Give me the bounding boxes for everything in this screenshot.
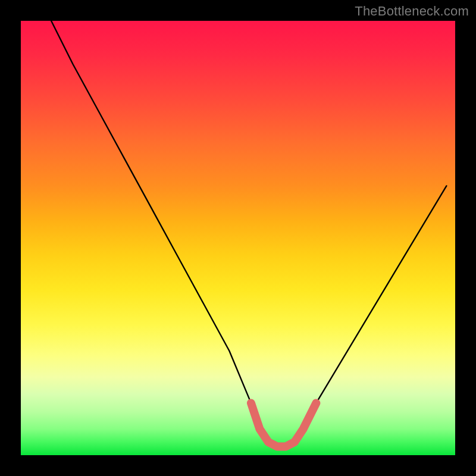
chart-frame: TheBottleneck.com — [0, 0, 476, 476]
curve-main — [51, 21, 446, 446]
chart-plot-area — [21, 21, 455, 455]
attribution-text: TheBottleneck.com — [355, 4, 469, 19]
chart-svg — [21, 21, 455, 455]
curve-highlight — [251, 403, 317, 446]
